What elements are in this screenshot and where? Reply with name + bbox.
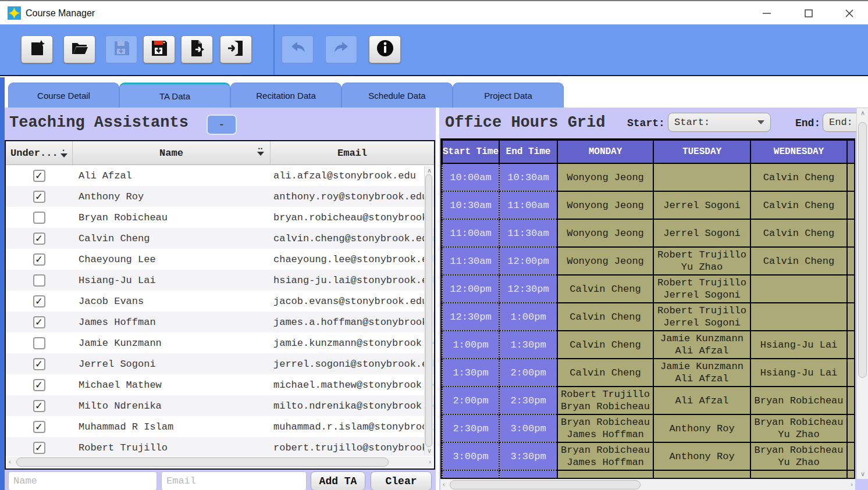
office-hours-cell[interactable] [847, 219, 855, 247]
office-hours-cell[interactable] [847, 275, 855, 303]
office-hours-cell[interactable]: Bryan Robicheau Yu Zhao [750, 414, 847, 442]
undergrad-checkbox[interactable] [33, 421, 45, 433]
office-hours-cell[interactable] [847, 470, 855, 479]
start-time-cell[interactable]: 12:00pm [442, 275, 499, 303]
scroll-left-icon[interactable]: ‹ [9, 459, 11, 465]
scrollbar-thumb[interactable] [16, 457, 389, 467]
new-button[interactable] [21, 35, 53, 63]
undergrad-checkbox[interactable] [33, 295, 45, 307]
start-time-cell[interactable] [442, 470, 499, 479]
tab-course-detail[interactable]: Course Detail [8, 83, 119, 108]
office-hours-cell[interactable]: Wonyong Jeong [557, 191, 653, 219]
table-row[interactable]: Chaeyoung Leechaeyoung.lee@stonybrook.ed… [6, 249, 434, 270]
office-hours-cell[interactable]: Calvin Cheng [750, 247, 847, 275]
export-button[interactable] [181, 35, 213, 63]
office-hours-cell[interactable]: Bryan Robicheau [750, 387, 847, 414]
end-time-cell[interactable]: 12:00pm [499, 247, 557, 275]
office-hours-cell[interactable]: Anthony Roy [653, 442, 750, 470]
ta-table-horizontal-scrollbar[interactable]: ‹ › [7, 457, 433, 467]
office-hours-cell[interactable]: Bryan Robicheau James Hoffman [557, 414, 653, 442]
office-hours-cell[interactable]: Calvin Cheng [557, 275, 653, 303]
table-row[interactable]: James Hoffmanjames.a.hoffman@stonybrook.… [6, 312, 434, 332]
about-button[interactable] [369, 35, 401, 63]
email-input[interactable] [161, 471, 307, 490]
office-hours-cell[interactable] [847, 359, 855, 387]
clear-button[interactable]: Clear [371, 471, 432, 490]
office-hours-cell[interactable]: Calvin Cheng [557, 331, 653, 359]
office-hours-cell[interactable] [653, 470, 750, 479]
start-time-cell[interactable]: 3:00pm [442, 442, 499, 470]
scroll-right-icon[interactable]: › [429, 459, 431, 465]
start-time-cell[interactable]: 10:00am [442, 163, 499, 191]
table-row[interactable]: Robert Trujillorobert.trujillo@stonybroo… [6, 437, 434, 456]
start-time-combobox[interactable]: Start: [668, 113, 771, 132]
column-header-email[interactable]: Email [271, 141, 434, 164]
table-row[interactable]: Jamie Kunzmannjamie.kunzmann@stonybrook.… [6, 332, 434, 353]
office-hours-cell[interactable]: Bryan Robicheau James Hoffman [557, 442, 653, 470]
add-ta-button[interactable]: Add TA [311, 471, 365, 490]
office-hours-cell[interactable]: Anthony Roy [653, 414, 750, 442]
scrollbar-thumb[interactable] [450, 480, 641, 489]
column-header-name[interactable]: Name •• [73, 141, 271, 164]
scrollbar-thumb[interactable] [425, 174, 432, 447]
undergrad-checkbox[interactable] [33, 233, 45, 245]
undergrad-checkbox[interactable] [33, 358, 45, 370]
office-hours-cell[interactable] [847, 247, 855, 275]
office-hours-cell[interactable] [847, 414, 855, 442]
column-header-undergrad[interactable]: Under... • [6, 141, 73, 164]
start-time-cell[interactable]: 10:30am [442, 191, 499, 219]
office-hours-cell[interactable] [750, 275, 847, 303]
close-icon[interactable] [841, 6, 858, 21]
end-time-cell[interactable]: 1:00pm [499, 303, 557, 331]
office-hours-cell[interactable]: Jamie Kunzmann Ali Afzal [653, 359, 750, 387]
end-time-cell[interactable]: 11:30am [499, 219, 557, 247]
start-time-cell[interactable]: 12:30pm [442, 303, 499, 331]
office-hours-cell[interactable]: Calvin Cheng [750, 163, 847, 191]
table-row[interactable]: Ali Afzalali.afzal@stonybrook.edu [6, 165, 434, 186]
office-hours-cell[interactable] [847, 303, 855, 331]
table-row[interactable]: Jerrel Sogonijerrel.sogoni@stonybrook.ed… [6, 353, 434, 374]
office-hours-cell[interactable] [847, 442, 855, 470]
undergrad-checkbox[interactable] [33, 337, 45, 349]
minimize-icon[interactable] [759, 6, 775, 21]
office-hours-cell[interactable]: Robert Trujillo Bryan Robicheau [557, 387, 653, 414]
undergrad-checkbox[interactable] [33, 400, 45, 412]
end-time-cell[interactable]: 10:30am [499, 163, 557, 191]
office-hours-cell[interactable]: Wonyong Jeong [557, 247, 653, 275]
grid-horizontal-scrollbar[interactable]: ‹ › [440, 479, 855, 490]
office-hours-cell[interactable]: Robert Trujillo Jerrel Sogoni [653, 303, 750, 331]
undergrad-checkbox[interactable] [33, 379, 45, 391]
scroll-down-icon[interactable]: ∨ [860, 471, 865, 477]
undergrad-checkbox[interactable] [33, 191, 45, 203]
end-time-cell[interactable]: 2:30pm [499, 387, 557, 414]
office-hours-cell[interactable]: Calvin Cheng [750, 219, 847, 247]
undergrad-checkbox[interactable] [33, 316, 45, 328]
scrollbar-thumb[interactable] [858, 122, 867, 378]
table-row[interactable]: Calvin Chengcalvin.cheng@stonybrook.edu [6, 228, 434, 249]
undergrad-checkbox[interactable] [33, 212, 45, 224]
name-input[interactable] [8, 471, 157, 490]
end-time-cell[interactable]: 12:30pm [499, 275, 557, 303]
office-hours-cell[interactable]: Wonyong Jeong [557, 163, 653, 191]
table-row[interactable]: Jacob Evansjacob.evans@stonybrook.edu [6, 291, 434, 312]
exit-button[interactable] [220, 35, 252, 63]
end-time-cell[interactable]: 1:30pm [499, 331, 557, 359]
office-hours-cell[interactable]: Robert Trujillo Jerrel Sogoni [653, 275, 750, 303]
tab-project-data[interactable]: Project Data [453, 83, 564, 108]
office-hours-cell[interactable]: Ali Afzal [653, 387, 750, 414]
office-hours-cell[interactable]: Hsiang-Ju Lai [750, 331, 847, 359]
office-hours-cell[interactable] [847, 331, 855, 359]
scroll-up-icon[interactable]: ∧ [427, 167, 432, 174]
start-time-cell[interactable]: 11:00am [442, 219, 499, 247]
office-hours-cell[interactable]: Robert Trujillo Yu Zhao [653, 247, 750, 275]
office-hours-cell[interactable]: Jerrel Sogoni [653, 191, 750, 219]
start-time-cell[interactable]: 1:00pm [442, 331, 499, 359]
office-hours-cell[interactable]: Jamie Kunzmann Ali Afzal [653, 331, 750, 359]
office-hours-cell[interactable] [750, 470, 847, 479]
undergrad-checkbox[interactable] [33, 170, 45, 182]
start-time-cell[interactable]: 11:30am [442, 247, 499, 275]
table-row[interactable]: Michael Mathewmichael.mathew@stonybrook.… [6, 374, 434, 395]
office-hours-cell[interactable]: Jerrel Sogoni [653, 219, 750, 247]
tab-ta-data[interactable]: TA Data [119, 83, 230, 108]
open-button[interactable] [63, 35, 95, 63]
